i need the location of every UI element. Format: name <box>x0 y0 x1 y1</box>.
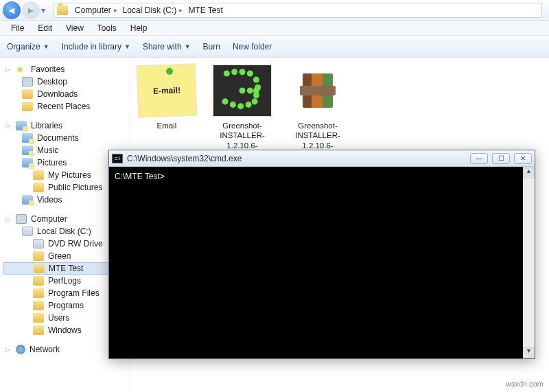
folder-icon <box>33 301 44 310</box>
tree-label: Libraries <box>31 121 62 130</box>
breadcrumb-label: Computer <box>75 5 111 15</box>
cmd-titlebar[interactable]: c:\ C:\Windows\system32\cmd.exe — ☐ ✕ <box>109 150 535 167</box>
cmd-scrollbar[interactable]: ▲ ▼ <box>523 167 535 358</box>
cmd-prompt: C:\MTE Test> <box>115 172 165 181</box>
cmd-terminal[interactable]: C:\MTE Test> ▲ ▼ <box>109 167 535 358</box>
drive-icon <box>22 227 33 236</box>
tree-label: Computer <box>31 214 67 224</box>
favorites-header[interactable]: ▷★Favorites <box>3 63 127 76</box>
close-button[interactable]: ✕ <box>514 153 532 164</box>
greenshot-thumbnail <box>213 65 272 117</box>
menu-help[interactable]: Help <box>124 22 154 34</box>
disclosure-icon: ▷ <box>5 216 10 222</box>
disclosure-icon: ▷ <box>5 122 10 129</box>
tree-label: DVD RW Drive <box>48 239 103 249</box>
chevron-down-icon: ▼ <box>43 43 49 50</box>
svg-point-3 <box>247 71 253 77</box>
nav-back-button[interactable]: ◄ <box>3 1 21 19</box>
archive-icon <box>303 73 333 108</box>
file-item-greenshot-archive[interactable]: Greenshot-INSTALLER-1.2.10.6-RELEASE <box>284 65 351 161</box>
cmd-window[interactable]: c:\ C:\Windows\system32\cmd.exe — ☐ ✕ C:… <box>108 150 535 359</box>
tree-favorites: ▷★Favorites Desktop Downloads Recent Pla… <box>3 63 127 113</box>
svg-point-13 <box>247 87 253 93</box>
organize-button[interactable]: Organize▼ <box>7 42 49 51</box>
burn-button[interactable]: Burn <box>203 42 220 51</box>
svg-point-0 <box>224 71 230 77</box>
pictures-icon <box>22 158 33 168</box>
libraries-icon <box>16 121 27 130</box>
scroll-down-button[interactable]: ▼ <box>523 347 535 358</box>
tree-item-downloads[interactable]: Downloads <box>3 88 127 100</box>
svg-point-7 <box>222 98 229 104</box>
scroll-up-button[interactable]: ▲ <box>523 167 535 178</box>
minimize-button[interactable]: — <box>470 153 488 164</box>
chevron-down-icon: ▼ <box>185 43 191 50</box>
window-titlebar: ◄ ► ▾ Computer▸ Local Disk (C:)▸ MTE Tes… <box>0 0 549 21</box>
folder-icon <box>33 288 44 298</box>
menu-view[interactable]: View <box>59 22 91 34</box>
tree-label: Recent Places <box>37 102 90 111</box>
tree-label: Programs <box>48 301 84 310</box>
tree-item-recent[interactable]: Recent Places <box>3 100 127 113</box>
chevron-right-icon[interactable]: ▸ <box>114 6 117 14</box>
svg-point-4 <box>253 77 259 83</box>
include-library-button[interactable]: Include in library▼ <box>62 42 130 51</box>
tree-label: Public Pictures <box>48 183 102 192</box>
nav-history-dropdown[interactable]: ▾ <box>41 5 49 15</box>
tree-label: Green <box>48 251 71 261</box>
network-icon <box>16 345 25 354</box>
folder-icon <box>33 313 44 323</box>
breadcrumb-mtetest[interactable]: MTE Test <box>185 3 225 17</box>
desktop-icon <box>22 77 33 87</box>
svg-point-2 <box>239 69 245 75</box>
folder-icon <box>33 251 44 261</box>
svg-point-12 <box>239 87 245 93</box>
menu-edit[interactable]: Edit <box>31 22 59 34</box>
svg-point-10 <box>246 102 252 108</box>
rar-thumbnail <box>288 65 347 117</box>
folder-icon <box>57 5 68 15</box>
tree-label: MTE Test <box>49 264 83 273</box>
tree-label: Windows <box>48 325 82 335</box>
libraries-header[interactable]: ▷Libraries <box>3 119 127 132</box>
share-with-button[interactable]: Share with▼ <box>143 42 191 51</box>
menu-file[interactable]: File <box>4 22 31 34</box>
star-icon: ★ <box>16 65 27 74</box>
tree-label: Favorites <box>31 65 65 74</box>
file-item-email[interactable]: E-mail! Email <box>133 65 200 130</box>
toolbar: Organize▼ Include in library▼ Share with… <box>0 36 549 58</box>
folder-icon <box>22 102 33 111</box>
tree-item-documents[interactable]: Documents <box>3 132 127 144</box>
tree-label: Documents <box>37 133 79 143</box>
nav-forward-button[interactable]: ► <box>22 1 40 19</box>
file-item-greenshot-installer[interactable]: Greenshot-INSTALLER-1.2.10.6-RELEASE <box>209 65 276 161</box>
tree-item-desktop[interactable]: Desktop <box>3 76 127 88</box>
svg-point-9 <box>237 103 244 109</box>
file-label: Email <box>133 121 200 130</box>
breadcrumb-localdisk[interactable]: Local Disk (C:)▸ <box>120 3 186 17</box>
chevron-right-icon[interactable]: ▸ <box>179 6 183 14</box>
chevron-down-icon: ▼ <box>124 43 130 50</box>
menu-bar: File Edit View Tools Help <box>0 21 549 36</box>
folder-icon <box>33 183 44 192</box>
window-controls: — ☐ ✕ <box>470 153 532 164</box>
svg-point-8 <box>230 102 236 108</box>
address-bar[interactable]: Computer▸ Local Disk (C:)▸ MTE Test <box>54 3 542 18</box>
folder-icon <box>34 264 45 273</box>
disclosure-icon: ▷ <box>5 346 10 353</box>
breadcrumb-computer[interactable]: Computer▸ <box>72 3 120 17</box>
cmd-title-text: C:\Windows\system32\cmd.exe <box>127 154 470 163</box>
cmd-icon: c:\ <box>112 154 123 163</box>
menu-tools[interactable]: Tools <box>91 22 124 34</box>
svg-point-1 <box>231 69 237 75</box>
toolbar-label: Burn <box>203 42 220 51</box>
thumbnail-text: E-mail! <box>153 85 180 95</box>
new-folder-button[interactable]: New folder <box>233 42 272 51</box>
tree-label: Downloads <box>37 89 78 99</box>
computer-icon <box>16 214 27 224</box>
tree-label: Network <box>30 345 60 354</box>
tree-label: My Pictures <box>48 170 91 180</box>
toolbar-label: New folder <box>233 42 272 51</box>
tree-label: PerfLogs <box>48 276 81 286</box>
maximize-button[interactable]: ☐ <box>492 153 510 164</box>
